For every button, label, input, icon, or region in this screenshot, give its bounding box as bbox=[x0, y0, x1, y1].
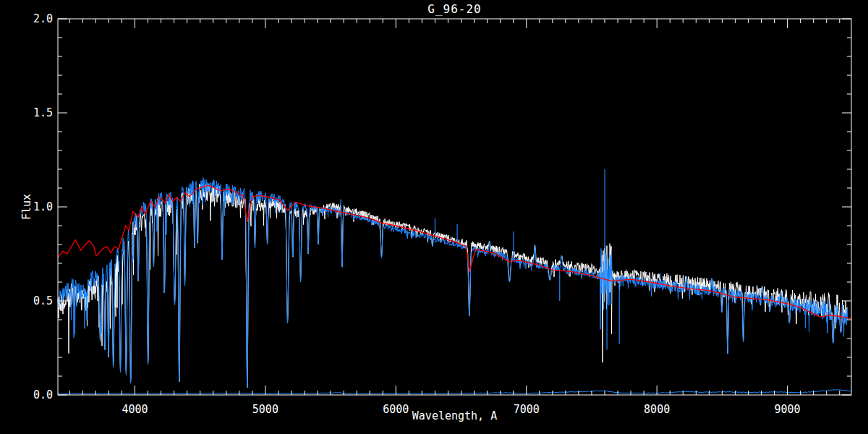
y-axis-label: Flux bbox=[20, 194, 33, 220]
y-tick-label: 2.0 bbox=[33, 12, 53, 25]
noise-floor-line bbox=[58, 390, 851, 394]
x-axis-ticks: 400050006000700080009000 bbox=[69, 19, 840, 416]
spectrum-blue bbox=[58, 178, 848, 388]
y-tick-label: 0.0 bbox=[33, 388, 53, 401]
x-axis-label: Wavelength, A bbox=[58, 409, 851, 422]
spectrum-figure: 4000500060007000800090000.00.51.01.52.0 … bbox=[0, 0, 868, 434]
spectrum-plot-canvas: 4000500060007000800090000.00.51.01.52.0 bbox=[0, 0, 868, 434]
y-tick-label: 1.5 bbox=[33, 106, 53, 119]
y-tick-label: 1.0 bbox=[33, 200, 53, 213]
plot-title: G_96-20 bbox=[58, 2, 851, 16]
sky-residual-spikes bbox=[341, 169, 828, 350]
y-tick-label: 0.5 bbox=[33, 294, 53, 307]
